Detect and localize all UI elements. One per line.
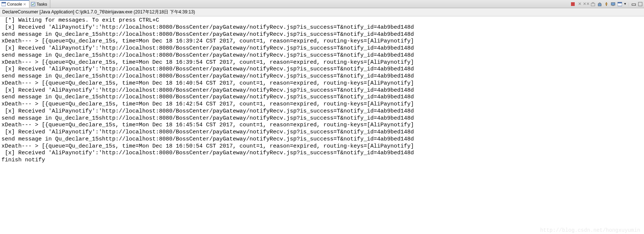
pin-icon[interactable] [603,1,609,7]
tab-label: Console [7,2,22,6]
svg-rect-6 [598,4,601,6]
terminate-all-icon[interactable]: ✕ [577,1,583,7]
tab-tasks[interactable]: Tasks [29,0,50,8]
svg-rect-10 [618,2,622,3]
maximize-icon[interactable] [637,1,643,7]
terminate-icon[interactable] [570,1,576,7]
tasks-icon [31,2,35,6]
svg-rect-5 [592,2,594,3]
dropdown-icon[interactable]: ▼ [624,2,626,6]
tab-label: Tasks [37,2,47,6]
tab-bar: Console ✕ Tasks ✕ ✕✕ ▼ | ▭ [0,0,644,8]
clear-icon[interactable] [590,1,596,7]
toolbar: ✕ ✕✕ ▼ | ▭ [570,0,643,8]
display-icon[interactable] [610,1,616,7]
close-icon[interactable]: ✕ [23,2,26,6]
scroll-lock-icon[interactable] [597,1,603,7]
minimize-icon[interactable]: ▭ [631,1,637,7]
svg-rect-3 [571,2,575,6]
svg-rect-8 [612,5,614,6]
console-icon [1,2,6,6]
remove-all-icon[interactable]: ✕✕ [583,1,589,7]
svg-rect-1 [1,2,6,3]
launch-info: DeclareConsumer [Java Application] C:\jd… [0,8,644,16]
console-output[interactable]: [*] Waiting for messages. To exit press … [0,16,644,165]
tab-console[interactable]: Console ✕ [0,0,29,8]
svg-rect-7 [611,3,615,5]
open-console-icon[interactable] [617,1,623,7]
svg-rect-11 [638,2,642,6]
svg-rect-4 [591,3,595,6]
